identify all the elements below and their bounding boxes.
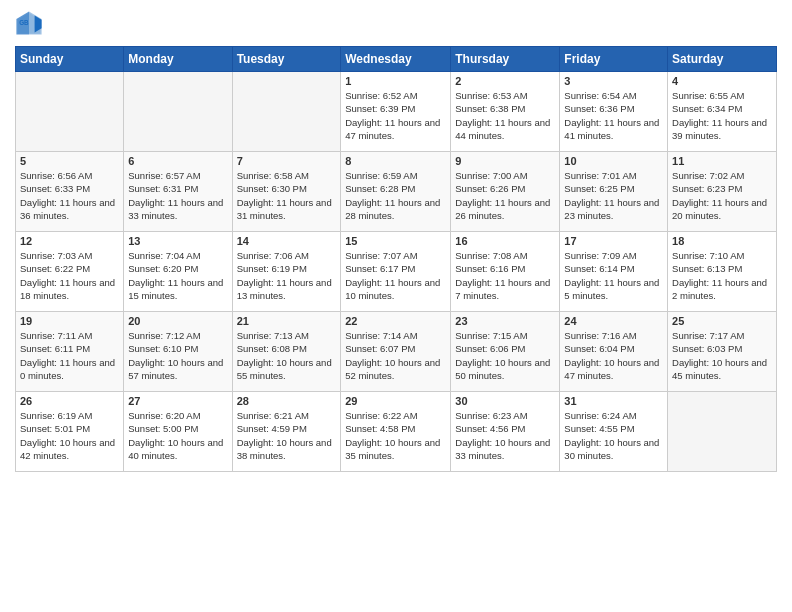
day-info: Sunrise: 7:04 AM Sunset: 6:20 PM Dayligh… [128,249,227,302]
day-info: Sunrise: 7:10 AM Sunset: 6:13 PM Dayligh… [672,249,772,302]
day-number: 26 [20,395,119,407]
day-number: 25 [672,315,772,327]
day-number: 29 [345,395,446,407]
day-number: 11 [672,155,772,167]
day-info: Sunrise: 7:14 AM Sunset: 6:07 PM Dayligh… [345,329,446,382]
day-cell: 27Sunrise: 6:20 AM Sunset: 5:00 PM Dayli… [124,392,232,472]
day-cell: 26Sunrise: 6:19 AM Sunset: 5:01 PM Dayli… [16,392,124,472]
day-number: 12 [20,235,119,247]
day-number: 5 [20,155,119,167]
logo-icon: GB [15,10,43,38]
day-info: Sunrise: 7:15 AM Sunset: 6:06 PM Dayligh… [455,329,555,382]
day-number: 28 [237,395,337,407]
day-info: Sunrise: 7:01 AM Sunset: 6:25 PM Dayligh… [564,169,663,222]
day-cell [668,392,777,472]
day-cell: 9Sunrise: 7:00 AM Sunset: 6:26 PM Daylig… [451,152,560,232]
day-info: Sunrise: 7:09 AM Sunset: 6:14 PM Dayligh… [564,249,663,302]
weekday-monday: Monday [124,47,232,72]
page: GB SundayMondayTuesdayWednesdayThursdayF… [0,0,792,612]
day-info: Sunrise: 6:56 AM Sunset: 6:33 PM Dayligh… [20,169,119,222]
weekday-header-row: SundayMondayTuesdayWednesdayThursdayFrid… [16,47,777,72]
day-info: Sunrise: 7:08 AM Sunset: 6:16 PM Dayligh… [455,249,555,302]
day-cell: 14Sunrise: 7:06 AM Sunset: 6:19 PM Dayli… [232,232,341,312]
day-info: Sunrise: 6:22 AM Sunset: 4:58 PM Dayligh… [345,409,446,462]
calendar: SundayMondayTuesdayWednesdayThursdayFrid… [15,46,777,472]
day-cell: 29Sunrise: 6:22 AM Sunset: 4:58 PM Dayli… [341,392,451,472]
day-number: 7 [237,155,337,167]
day-info: Sunrise: 6:19 AM Sunset: 5:01 PM Dayligh… [20,409,119,462]
day-cell [124,72,232,152]
day-info: Sunrise: 7:07 AM Sunset: 6:17 PM Dayligh… [345,249,446,302]
day-info: Sunrise: 6:24 AM Sunset: 4:55 PM Dayligh… [564,409,663,462]
day-number: 19 [20,315,119,327]
day-info: Sunrise: 6:23 AM Sunset: 4:56 PM Dayligh… [455,409,555,462]
day-cell: 18Sunrise: 7:10 AM Sunset: 6:13 PM Dayli… [668,232,777,312]
day-cell: 4Sunrise: 6:55 AM Sunset: 6:34 PM Daylig… [668,72,777,152]
day-number: 30 [455,395,555,407]
day-info: Sunrise: 7:03 AM Sunset: 6:22 PM Dayligh… [20,249,119,302]
day-cell: 6Sunrise: 6:57 AM Sunset: 6:31 PM Daylig… [124,152,232,232]
day-cell: 23Sunrise: 7:15 AM Sunset: 6:06 PM Dayli… [451,312,560,392]
day-number: 15 [345,235,446,247]
day-info: Sunrise: 6:57 AM Sunset: 6:31 PM Dayligh… [128,169,227,222]
day-info: Sunrise: 6:53 AM Sunset: 6:38 PM Dayligh… [455,89,555,142]
day-number: 13 [128,235,227,247]
week-row-4: 26Sunrise: 6:19 AM Sunset: 5:01 PM Dayli… [16,392,777,472]
day-info: Sunrise: 6:54 AM Sunset: 6:36 PM Dayligh… [564,89,663,142]
day-cell: 16Sunrise: 7:08 AM Sunset: 6:16 PM Dayli… [451,232,560,312]
day-number: 27 [128,395,227,407]
weekday-saturday: Saturday [668,47,777,72]
day-cell: 1Sunrise: 6:52 AM Sunset: 6:39 PM Daylig… [341,72,451,152]
day-cell: 25Sunrise: 7:17 AM Sunset: 6:03 PM Dayli… [668,312,777,392]
day-number: 8 [345,155,446,167]
day-info: Sunrise: 7:06 AM Sunset: 6:19 PM Dayligh… [237,249,337,302]
logo: GB [15,10,47,38]
week-row-3: 19Sunrise: 7:11 AM Sunset: 6:11 PM Dayli… [16,312,777,392]
day-info: Sunrise: 7:13 AM Sunset: 6:08 PM Dayligh… [237,329,337,382]
day-number: 9 [455,155,555,167]
day-number: 23 [455,315,555,327]
day-info: Sunrise: 6:59 AM Sunset: 6:28 PM Dayligh… [345,169,446,222]
day-cell: 30Sunrise: 6:23 AM Sunset: 4:56 PM Dayli… [451,392,560,472]
day-number: 24 [564,315,663,327]
day-number: 16 [455,235,555,247]
day-cell [16,72,124,152]
day-cell: 12Sunrise: 7:03 AM Sunset: 6:22 PM Dayli… [16,232,124,312]
day-info: Sunrise: 6:20 AM Sunset: 5:00 PM Dayligh… [128,409,227,462]
day-number: 20 [128,315,227,327]
day-cell: 15Sunrise: 7:07 AM Sunset: 6:17 PM Dayli… [341,232,451,312]
day-cell: 10Sunrise: 7:01 AM Sunset: 6:25 PM Dayli… [560,152,668,232]
day-number: 6 [128,155,227,167]
weekday-wednesday: Wednesday [341,47,451,72]
day-cell: 24Sunrise: 7:16 AM Sunset: 6:04 PM Dayli… [560,312,668,392]
day-number: 17 [564,235,663,247]
day-number: 3 [564,75,663,87]
day-cell: 28Sunrise: 6:21 AM Sunset: 4:59 PM Dayli… [232,392,341,472]
day-cell: 13Sunrise: 7:04 AM Sunset: 6:20 PM Dayli… [124,232,232,312]
day-number: 21 [237,315,337,327]
day-info: Sunrise: 6:52 AM Sunset: 6:39 PM Dayligh… [345,89,446,142]
day-info: Sunrise: 7:11 AM Sunset: 6:11 PM Dayligh… [20,329,119,382]
day-cell: 3Sunrise: 6:54 AM Sunset: 6:36 PM Daylig… [560,72,668,152]
day-info: Sunrise: 7:17 AM Sunset: 6:03 PM Dayligh… [672,329,772,382]
day-number: 1 [345,75,446,87]
day-cell: 31Sunrise: 6:24 AM Sunset: 4:55 PM Dayli… [560,392,668,472]
weekday-friday: Friday [560,47,668,72]
day-cell: 8Sunrise: 6:59 AM Sunset: 6:28 PM Daylig… [341,152,451,232]
day-number: 18 [672,235,772,247]
day-info: Sunrise: 6:21 AM Sunset: 4:59 PM Dayligh… [237,409,337,462]
header: GB [15,10,777,38]
day-cell: 22Sunrise: 7:14 AM Sunset: 6:07 PM Dayli… [341,312,451,392]
day-cell: 21Sunrise: 7:13 AM Sunset: 6:08 PM Dayli… [232,312,341,392]
day-info: Sunrise: 7:16 AM Sunset: 6:04 PM Dayligh… [564,329,663,382]
day-cell [232,72,341,152]
day-number: 2 [455,75,555,87]
day-number: 31 [564,395,663,407]
day-cell: 7Sunrise: 6:58 AM Sunset: 6:30 PM Daylig… [232,152,341,232]
day-cell: 17Sunrise: 7:09 AM Sunset: 6:14 PM Dayli… [560,232,668,312]
day-cell: 5Sunrise: 6:56 AM Sunset: 6:33 PM Daylig… [16,152,124,232]
day-cell: 11Sunrise: 7:02 AM Sunset: 6:23 PM Dayli… [668,152,777,232]
day-info: Sunrise: 6:55 AM Sunset: 6:34 PM Dayligh… [672,89,772,142]
weekday-tuesday: Tuesday [232,47,341,72]
weekday-thursday: Thursday [451,47,560,72]
